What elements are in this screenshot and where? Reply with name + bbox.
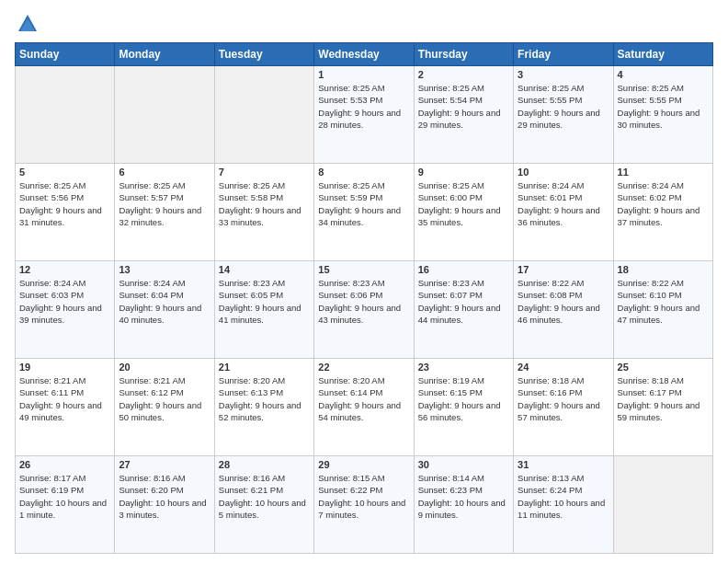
page: SundayMondayTuesdayWednesdayThursdayFrid…: [0, 0, 728, 563]
calendar-cell: 21Sunrise: 8:20 AMSunset: 6:13 PMDayligh…: [214, 359, 313, 456]
calendar-cell: 8Sunrise: 8:25 AMSunset: 5:59 PMDaylight…: [314, 164, 414, 261]
sunrise-text: Sunrise: 8:25 AM: [318, 83, 384, 93]
sunrise-text: Sunrise: 8:22 AM: [618, 278, 684, 288]
cell-content: Sunrise: 8:25 AMSunset: 5:57 PMDaylight:…: [119, 179, 210, 228]
header-row: SundayMondayTuesdayWednesdayThursdayFrid…: [16, 43, 713, 66]
calendar-cell: 28Sunrise: 8:16 AMSunset: 6:21 PMDayligh…: [214, 456, 313, 554]
daylight-text: Daylight: 9 hours and 36 minutes.: [518, 205, 600, 227]
sunset-text: Sunset: 5:59 PM: [318, 192, 382, 202]
daylight-text: Daylight: 9 hours and 30 minutes.: [618, 108, 700, 130]
daylight-text: Daylight: 9 hours and 40 minutes.: [119, 303, 201, 325]
cell-content: Sunrise: 8:18 AMSunset: 6:16 PMDaylight:…: [518, 374, 609, 423]
sunrise-text: Sunrise: 8:13 AM: [518, 473, 584, 483]
day-number: 16: [418, 264, 509, 275]
daylight-text: Daylight: 9 hours and 29 minutes.: [418, 108, 501, 130]
calendar-cell: 29Sunrise: 8:15 AMSunset: 6:22 PMDayligh…: [314, 456, 414, 554]
cell-content: Sunrise: 8:25 AMSunset: 5:59 PMDaylight:…: [318, 179, 409, 228]
daylight-text: Daylight: 10 hours and 5 minutes.: [219, 498, 306, 520]
sunset-text: Sunset: 5:56 PM: [19, 192, 84, 202]
sunset-text: Sunset: 5:55 PM: [518, 95, 582, 105]
daylight-text: Daylight: 10 hours and 7 minutes.: [318, 498, 405, 520]
cell-content: Sunrise: 8:18 AMSunset: 6:17 PMDaylight:…: [618, 374, 709, 423]
daylight-text: Daylight: 9 hours and 46 minutes.: [518, 303, 600, 325]
calendar-cell: 16Sunrise: 8:23 AMSunset: 6:07 PMDayligh…: [414, 261, 513, 359]
calendar-cell: 13Sunrise: 8:24 AMSunset: 6:04 PMDayligh…: [115, 261, 214, 359]
sunset-text: Sunset: 6:19 PM: [19, 485, 84, 495]
calendar-cell: 25Sunrise: 8:18 AMSunset: 6:17 PMDayligh…: [613, 359, 712, 456]
cell-content: Sunrise: 8:24 AMSunset: 6:02 PMDaylight:…: [618, 179, 709, 228]
daylight-text: Daylight: 10 hours and 1 minute.: [19, 498, 107, 520]
day-number: 3: [518, 69, 609, 80]
cell-content: Sunrise: 8:25 AMSunset: 6:00 PMDaylight:…: [418, 179, 509, 228]
calendar-week-row: 5Sunrise: 8:25 AMSunset: 5:56 PMDaylight…: [16, 164, 713, 261]
daylight-text: Daylight: 9 hours and 52 minutes.: [219, 400, 301, 422]
sunset-text: Sunset: 5:57 PM: [119, 192, 183, 202]
calendar-table: SundayMondayTuesdayWednesdayThursdayFrid…: [15, 42, 713, 554]
calendar-cell: 26Sunrise: 8:17 AMSunset: 6:19 PMDayligh…: [16, 456, 115, 554]
sunrise-text: Sunrise: 8:25 AM: [219, 180, 285, 190]
cell-content: Sunrise: 8:14 AMSunset: 6:23 PMDaylight:…: [418, 472, 509, 521]
sunrise-text: Sunrise: 8:14 AM: [418, 473, 484, 483]
cell-content: Sunrise: 8:20 AMSunset: 6:13 PMDaylight:…: [219, 374, 310, 423]
header: [15, 11, 713, 37]
sunset-text: Sunset: 6:00 PM: [418, 192, 483, 202]
daylight-text: Daylight: 9 hours and 35 minutes.: [418, 205, 501, 227]
sunrise-text: Sunrise: 8:19 AM: [418, 375, 484, 385]
calendar-cell: 6Sunrise: 8:25 AMSunset: 5:57 PMDaylight…: [115, 164, 214, 261]
cell-content: Sunrise: 8:25 AMSunset: 5:55 PMDaylight:…: [618, 82, 709, 131]
sunset-text: Sunset: 6:11 PM: [19, 387, 84, 397]
sunset-text: Sunset: 6:06 PM: [318, 290, 382, 300]
calendar-cell: 24Sunrise: 8:18 AMSunset: 6:16 PMDayligh…: [514, 359, 613, 456]
day-number: 11: [618, 167, 709, 178]
day-number: 21: [219, 362, 310, 373]
sunset-text: Sunset: 5:54 PM: [418, 95, 483, 105]
day-number: 27: [119, 459, 210, 470]
sunrise-text: Sunrise: 8:23 AM: [318, 278, 384, 288]
daylight-text: Daylight: 9 hours and 57 minutes.: [518, 400, 600, 422]
calendar-cell: 2Sunrise: 8:25 AMSunset: 5:54 PMDaylight…: [414, 66, 513, 164]
sunrise-text: Sunrise: 8:16 AM: [119, 473, 185, 483]
daylight-text: Daylight: 9 hours and 49 minutes.: [19, 400, 102, 422]
daylight-text: Daylight: 9 hours and 43 minutes.: [318, 303, 401, 325]
daylight-text: Daylight: 10 hours and 11 minutes.: [518, 498, 605, 520]
day-number: 19: [19, 362, 110, 373]
daylight-text: Daylight: 9 hours and 50 minutes.: [119, 400, 201, 422]
daylight-text: Daylight: 10 hours and 3 minutes.: [119, 498, 206, 520]
calendar-cell: 20Sunrise: 8:21 AMSunset: 6:12 PMDayligh…: [115, 359, 214, 456]
cell-content: Sunrise: 8:21 AMSunset: 6:11 PMDaylight:…: [19, 374, 110, 423]
daylight-text: Daylight: 9 hours and 54 minutes.: [318, 400, 401, 422]
cell-content: Sunrise: 8:23 AMSunset: 6:05 PMDaylight:…: [219, 277, 310, 326]
daylight-text: Daylight: 9 hours and 28 minutes.: [318, 108, 401, 130]
calendar-week-row: 1Sunrise: 8:25 AMSunset: 5:53 PMDaylight…: [16, 66, 713, 164]
cell-content: Sunrise: 8:24 AMSunset: 6:03 PMDaylight:…: [19, 277, 110, 326]
calendar-cell: 27Sunrise: 8:16 AMSunset: 6:20 PMDayligh…: [115, 456, 214, 554]
calendar-header: SundayMondayTuesdayWednesdayThursdayFrid…: [16, 43, 713, 66]
sunrise-text: Sunrise: 8:18 AM: [518, 375, 584, 385]
sunset-text: Sunset: 6:05 PM: [219, 290, 283, 300]
header-day: Monday: [115, 43, 214, 66]
day-number: 28: [219, 459, 310, 470]
day-number: 24: [518, 362, 609, 373]
daylight-text: Daylight: 9 hours and 39 minutes.: [19, 303, 102, 325]
day-number: 5: [19, 167, 110, 178]
cell-content: Sunrise: 8:25 AMSunset: 5:58 PMDaylight:…: [219, 179, 310, 228]
day-number: 4: [618, 69, 709, 80]
day-number: 6: [119, 167, 210, 178]
cell-content: Sunrise: 8:25 AMSunset: 5:53 PMDaylight:…: [318, 82, 409, 131]
sunset-text: Sunset: 6:14 PM: [318, 387, 382, 397]
sunrise-text: Sunrise: 8:15 AM: [318, 473, 384, 483]
calendar-cell: 22Sunrise: 8:20 AMSunset: 6:14 PMDayligh…: [314, 359, 414, 456]
daylight-text: Daylight: 9 hours and 44 minutes.: [418, 303, 501, 325]
header-day: Saturday: [613, 43, 712, 66]
sunrise-text: Sunrise: 8:24 AM: [518, 180, 584, 190]
sunset-text: Sunset: 6:20 PM: [119, 485, 183, 495]
day-number: 9: [418, 167, 509, 178]
daylight-text: Daylight: 10 hours and 9 minutes.: [418, 498, 506, 520]
calendar-cell: [214, 66, 313, 164]
sunset-text: Sunset: 6:07 PM: [418, 290, 483, 300]
sunset-text: Sunset: 5:55 PM: [618, 95, 682, 105]
sunset-text: Sunset: 6:22 PM: [318, 485, 382, 495]
sunrise-text: Sunrise: 8:25 AM: [418, 83, 484, 93]
logo-icon: [15, 11, 40, 37]
cell-content: Sunrise: 8:24 AMSunset: 6:04 PMDaylight:…: [119, 277, 210, 326]
